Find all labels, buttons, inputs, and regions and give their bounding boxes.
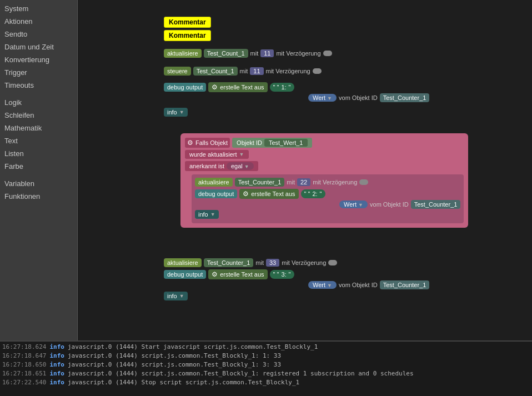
update-block-1[interactable]: aktualisiere Test_Count_1 mit 11 mit Ver…: [164, 49, 332, 58]
update-label-3: aktualisiere: [164, 258, 202, 267]
log-message: javascript.0 (1444) Stop script script.j…: [68, 378, 299, 387]
debug-wert-2[interactable]: Wert ▼: [339, 200, 368, 208]
debug-label-2: debug output: [195, 189, 237, 198]
sidebar-item-mathematik[interactable]: Mathematik: [0, 122, 77, 134]
gear-icon-1: ⚙: [212, 83, 218, 91]
debug-obj-2: Test_Counter_1: [411, 200, 461, 209]
log-level: info: [49, 343, 64, 352]
sidebar-item-text[interactable]: Text: [0, 134, 77, 147]
falls-egal[interactable]: egal ▼: [227, 162, 254, 170]
debug-von-3: vom Objekt ID: [339, 282, 378, 288]
log-timestamp: 16:27:22.540: [2, 378, 46, 387]
falls-gear[interactable]: ⚙ Falls Objekt: [185, 138, 230, 148]
debug-quote-2: " " 2: ": [301, 189, 325, 198]
falls-objid-label: Objekt ID: [237, 139, 262, 146]
falls-container[interactable]: ⚙ Falls Objekt Objekt ID Test_Wert_1 wur…: [180, 133, 468, 228]
info-label-3[interactable]: info ▼: [164, 292, 188, 300]
falls-objid-box: Objekt ID Test_Wert_1: [232, 138, 312, 148]
update-delay-1: mit Verzögerung: [276, 50, 320, 57]
debug-erstelle-1: erstelle Text aus: [220, 84, 264, 91]
debug-gear-3[interactable]: ⚙ erstelle Text aus: [208, 269, 267, 279]
log-message: javascript.0 (1444) script.js.common.Tes…: [68, 352, 281, 360]
comment-block-2[interactable]: Kommentar: [164, 30, 211, 41]
log-timestamp: 16:27:18.647: [2, 352, 46, 360]
sidebar-item-schleifen[interactable]: Schleifen: [0, 109, 77, 122]
debug-container-1: debug output ⚙ erstelle Text aus " " 1: …: [164, 82, 429, 103]
falls-gear-icon: ⚙: [187, 139, 193, 147]
log-message: javascript.0 (1444) script.js.common.Tes…: [68, 360, 281, 369]
sidebar-item-datum[interactable]: Datum und Zeit: [0, 41, 77, 53]
update-label-2: aktualisiere: [195, 178, 233, 187]
sidebar: System Aktionen Sendto Datum und Zeit Ko…: [0, 0, 78, 340]
steuer-delay-1: mit Verzögerung: [266, 68, 310, 74]
log-row: 16:27:18.624infojavascript.0 (1444) Star…: [2, 343, 530, 352]
log-timestamp: 16:27:18.651: [2, 369, 46, 378]
log-level: info: [49, 352, 64, 360]
debug-erstelle-2: erstelle Text aus: [251, 191, 295, 197]
info-container-1: info ▼: [164, 108, 188, 117]
debug-quote-val-3: 3:: [281, 271, 286, 278]
info-label-1[interactable]: info ▼: [164, 108, 188, 117]
steuer-mit-1: mit: [240, 68, 248, 74]
log-message: javascript.0 (1444) script.js.common.Tes…: [68, 369, 414, 378]
debug-container-3: debug output ⚙ erstelle Text aus " " 3: …: [164, 269, 429, 289]
update-id-2: Test_Counter_1: [235, 178, 285, 187]
canvas[interactable]: Kommentar Kommentar aktualisiere Test_Co…: [78, 0, 532, 340]
falls-objid-val: Test_Wert_1: [264, 139, 308, 147]
debug-label-3: debug output: [164, 270, 206, 279]
update-toggle-1[interactable]: [323, 51, 332, 56]
steuer-val-1[interactable]: 11: [250, 67, 263, 75]
sidebar-item-trigger[interactable]: Trigger: [0, 66, 77, 79]
sidebar-item-system[interactable]: System: [0, 2, 77, 15]
debug-quote-1: " " 1: ": [270, 83, 294, 92]
debug-von-2: vom Objekt ID: [370, 201, 409, 208]
main-area: System Aktionen Sendto Datum und Zeit Ko…: [0, 0, 532, 340]
update-label-1: aktualisiere: [164, 49, 202, 58]
debug-obj-1: Test_Counter_1: [380, 93, 430, 102]
falls-label: Falls Objekt: [195, 139, 228, 146]
debug-quote-val-2: 2:: [312, 191, 317, 197]
steuer-id-1: Test_Count_1: [193, 67, 238, 76]
debug-wert-1[interactable]: Wert ▼: [308, 94, 337, 102]
steuer-label-1: steuere: [164, 67, 191, 76]
debug-quote-3: " " 3: ": [270, 270, 294, 279]
log-row: 16:27:18.651infojavascript.0 (1444) scri…: [2, 369, 530, 378]
sidebar-item-timeouts[interactable]: Timeouts: [0, 79, 77, 92]
falls-anerkannt: anerkannt ist egal ▼: [185, 161, 258, 171]
update-id-1: Test_Count_1: [204, 49, 248, 58]
debug-wert-3[interactable]: Wert ▼: [308, 281, 337, 289]
update-val-3[interactable]: 33: [266, 259, 279, 267]
debug-container-2: debug output ⚙ erstelle Text aus " " 2: …: [195, 189, 460, 209]
debug-gear-2[interactable]: ⚙ erstelle Text aus: [239, 189, 298, 199]
sidebar-item-farbe[interactable]: Farbe: [0, 160, 77, 173]
log-level: info: [49, 360, 64, 369]
update-val-2[interactable]: 22: [297, 178, 310, 186]
log-timestamp: 16:27:18.650: [2, 360, 46, 369]
debug-label-1: debug output: [164, 83, 206, 92]
sidebar-item-logik[interactable]: Logik: [0, 96, 77, 109]
sidebar-item-funktionen[interactable]: Funktionen: [0, 190, 77, 203]
log-level: info: [49, 378, 64, 387]
info-label-2[interactable]: info ▼: [195, 210, 219, 219]
debug-gear-1[interactable]: ⚙ erstelle Text aus: [208, 82, 267, 92]
sidebar-item-sendto[interactable]: Sendto: [0, 28, 77, 41]
sidebar-item-konvertierung[interactable]: Konvertierung: [0, 53, 77, 66]
comment-block-1[interactable]: Kommentar: [164, 17, 211, 28]
block-group-3: aktualisiere Test_Counter_1 mit 33 mit V…: [164, 258, 429, 300]
sidebar-item-variablen[interactable]: Variablen: [0, 177, 77, 190]
falls-updated[interactable]: wurde aktualisiert ▼: [185, 150, 249, 159]
update-mit-1: mit: [250, 50, 259, 57]
log-row: 16:27:22.540infojavascript.0 (1444) Stop…: [2, 378, 530, 387]
update-toggle-3[interactable]: [328, 260, 337, 265]
sidebar-item-listen[interactable]: Listen: [0, 147, 77, 160]
update-val-1[interactable]: 11: [260, 49, 274, 57]
log-row: 16:27:18.650infojavascript.0 (1444) scri…: [2, 360, 530, 369]
debug-obj-3: Test_Counter_1: [380, 280, 430, 289]
update-toggle-2[interactable]: [359, 179, 368, 185]
update-id-3: Test_Counter_1: [204, 258, 254, 267]
steuer-block-1[interactable]: steuere Test_Count_1 mit 11 mit Verzöger…: [164, 67, 322, 76]
sidebar-item-aktionen[interactable]: Aktionen: [0, 15, 77, 28]
steuer-toggle-1[interactable]: [313, 68, 322, 74]
log-message: javascript.0 (1444) Start javascript scr…: [68, 343, 318, 352]
falls-inner: aktualisiere Test_Counter_1 mit 22 mit V…: [192, 174, 464, 223]
